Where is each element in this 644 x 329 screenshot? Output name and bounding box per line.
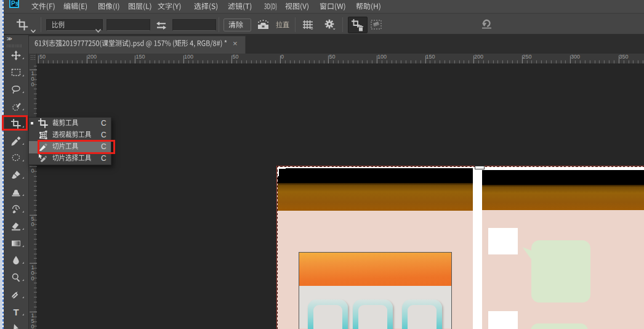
svg-text:T: T <box>13 307 18 317</box>
